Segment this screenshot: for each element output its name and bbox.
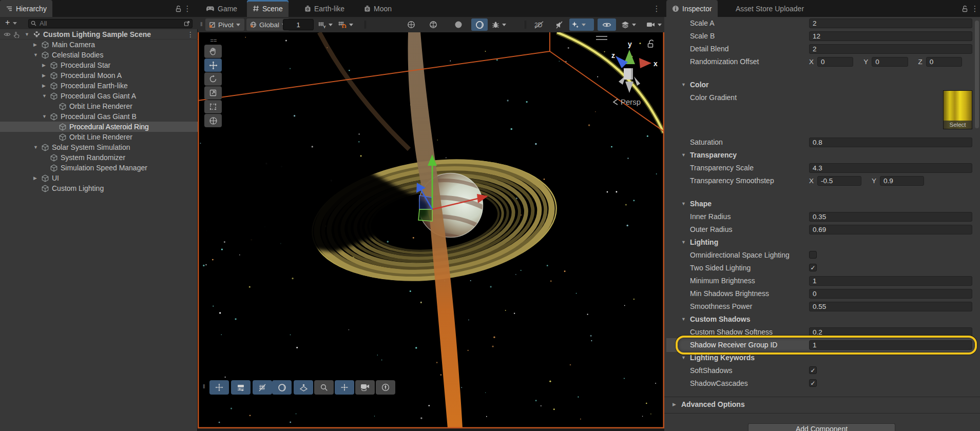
foldout-icon[interactable]: ▼	[681, 201, 686, 206]
bottom-move-button[interactable]	[209, 380, 229, 395]
foldout-icon[interactable]: ▶	[672, 402, 676, 407]
tab-scene[interactable]: Scene	[247, 0, 289, 17]
property-value-field[interactable]: 2	[809, 44, 972, 54]
add-component-button[interactable]: Add Component	[748, 423, 895, 431]
foldout-icon[interactable]: ▼	[681, 152, 686, 158]
projection-label[interactable]: Persp	[621, 97, 641, 106]
bottom-shading-button[interactable]	[272, 380, 292, 395]
checkbox[interactable]: ✓	[809, 366, 817, 374]
tab-earth-like[interactable]: Earth-like	[299, 0, 350, 17]
inspector-row[interactable]: SoftShadows✓	[664, 364, 980, 377]
hierarchy-item[interactable]: Simulation Speed Manager	[0, 163, 198, 173]
property-value-field[interactable]: 0.69	[809, 225, 972, 234]
tree-foldout-icon[interactable]: ▶	[42, 73, 46, 78]
tree-foldout-icon[interactable]: ▼	[33, 52, 38, 57]
hierarchy-item[interactable]: ▶Main Camera	[0, 40, 198, 50]
axis-value-field[interactable]: 0	[817, 57, 853, 67]
move-tool-button[interactable]	[204, 58, 222, 72]
tree-foldout-icon[interactable]: ▶	[42, 83, 46, 88]
inspector-row[interactable]: Smoothness Power0.55	[664, 300, 980, 313]
audio-mute-button[interactable]	[551, 18, 567, 31]
skybox-toggle-button[interactable]	[450, 18, 467, 31]
property-value-field[interactable]: 0.8	[809, 138, 972, 147]
lighting-toggle-button[interactable]	[425, 18, 441, 31]
effects-toggle-button[interactable]	[569, 18, 594, 31]
tab-inspector[interactable]: Inspector	[666, 0, 718, 17]
gradient-swatch[interactable]: Select	[943, 90, 972, 129]
inspector-row[interactable]: Two Sided Lighting✓	[664, 262, 980, 275]
tab-game[interactable]: Game	[200, 0, 243, 17]
hierarchy-item[interactable]: ▼Custom Lighting Sample Scene⋮	[0, 29, 198, 40]
hierarchy-item[interactable]: ▼Celestial Bodies	[0, 50, 198, 60]
rotate-tool-button[interactable]	[204, 72, 222, 86]
axis-value-field[interactable]: -0.5	[817, 176, 861, 186]
inspector-row[interactable]: Color GradientSelect	[664, 91, 980, 104]
hierarchy-item[interactable]: ▼Procedural Gas Giant B	[0, 111, 198, 122]
inspector-lock-icon[interactable]	[959, 0, 970, 17]
inspector-row[interactable]: Transparency Scale4.3	[664, 162, 980, 174]
scene-kebab-icon[interactable]: ⋮	[187, 30, 194, 38]
tree-foldout-icon[interactable]: ▼	[33, 145, 38, 150]
visibility-eye-icon[interactable]	[4, 32, 11, 37]
hierarchy-item[interactable]: ▶Procedural Earth-like	[0, 81, 198, 91]
hierarchy-item[interactable]: ▶Procedural Moon A	[0, 70, 198, 81]
grid-snapping-button[interactable]	[337, 18, 357, 31]
property-value-field[interactable]: 0.2	[809, 327, 972, 337]
tools-drag-handle[interactable]: ==	[204, 37, 223, 44]
layers-button[interactable]	[620, 18, 644, 31]
property-value-field[interactable]: 4.3	[809, 163, 972, 173]
axis-value-field[interactable]: 0.9	[880, 176, 924, 186]
snap-increment-field[interactable]	[283, 19, 314, 30]
bottom-settings-button[interactable]	[231, 380, 251, 395]
camera-settings-button[interactable]	[645, 18, 666, 31]
property-value-field[interactable]: 2	[809, 18, 972, 28]
hierarchy-item[interactable]: Orbit Line Renderer	[0, 132, 198, 142]
checkbox[interactable]	[809, 251, 817, 259]
inspector-section-header[interactable]: ▼Transparency	[664, 149, 980, 162]
view-tool-button[interactable]	[204, 45, 222, 58]
inspector-section-header[interactable]: ▼Lighting	[664, 236, 980, 249]
tree-foldout-icon[interactable]: ▶	[33, 42, 37, 47]
scene-viewport[interactable]: y z x Persp	[198, 32, 664, 428]
bottom-navigation-button[interactable]	[376, 380, 395, 395]
gradient-select-button[interactable]: Select	[944, 121, 972, 129]
inspector-section-header[interactable]: ▼Lighting Keywords	[664, 351, 980, 364]
pivot-mode-button[interactable]: Pivot	[205, 18, 244, 31]
property-value-field[interactable]: 1	[809, 276, 972, 286]
inspector-row[interactable]: ShadowCascades✓	[664, 377, 980, 390]
inspector-row[interactable]: Shadow Receiver Group ID1	[664, 339, 980, 351]
inspector-row[interactable]: Scale B12	[664, 30, 980, 43]
property-value-field[interactable]: 0.35	[809, 212, 972, 222]
tree-foldout-icon[interactable]: ▼	[25, 32, 29, 37]
property-value-field[interactable]: 0	[809, 289, 972, 299]
scale-tool-button[interactable]	[204, 86, 222, 100]
inspector-row[interactable]: Inner Radius0.35	[664, 210, 980, 223]
inspector-row[interactable]: Custom Shadow Softness0.2	[664, 326, 980, 339]
inspector-section-header[interactable]: ▶Advanced Options	[664, 398, 980, 411]
scene-debug-button[interactable]	[490, 18, 515, 31]
hierarchy-item[interactable]: Custom Lighting	[0, 183, 198, 193]
hierarchy-item[interactable]: ▶UI	[0, 173, 198, 183]
hierarchy-item[interactable]: ▼Procedural Gas Giant A	[0, 91, 198, 101]
property-value-field[interactable]: 12	[809, 31, 972, 41]
inspector-row[interactable]: Saturation0.8	[664, 136, 980, 149]
bottom-grid-button[interactable]	[253, 380, 272, 395]
tab-asset-store-uploader[interactable]: Asset Store Uploader	[730, 0, 810, 17]
foldout-icon[interactable]: ▼	[681, 355, 686, 360]
tree-foldout-icon[interactable]: ▶	[42, 63, 46, 68]
checkbox[interactable]: ✓	[809, 264, 817, 271]
transform-tool-button[interactable]	[204, 114, 222, 127]
bottom-zoom-button[interactable]	[314, 380, 334, 395]
inspector-scrollbar[interactable]	[975, 21, 979, 128]
bottom-camera-preview-button[interactable]	[355, 380, 375, 395]
hierarchy-item[interactable]: System Randomizer	[0, 152, 198, 163]
tab-moon[interactable]: Moon	[358, 0, 397, 17]
inspector-row[interactable]: Randomization OffsetX0Y0Z0	[664, 55, 980, 68]
tree-foldout-icon[interactable]: ▼	[42, 93, 47, 99]
toolbar-drag-handle[interactable]: ‖	[200, 21, 203, 27]
bottom-overlay-drag-handle[interactable]: ‖	[203, 383, 206, 389]
foldout-icon[interactable]: ▼	[681, 317, 686, 322]
fog-toggle-button[interactable]	[471, 18, 488, 31]
shading-mode-button[interactable]	[403, 18, 419, 31]
tree-foldout-icon[interactable]: ▶	[33, 175, 37, 181]
